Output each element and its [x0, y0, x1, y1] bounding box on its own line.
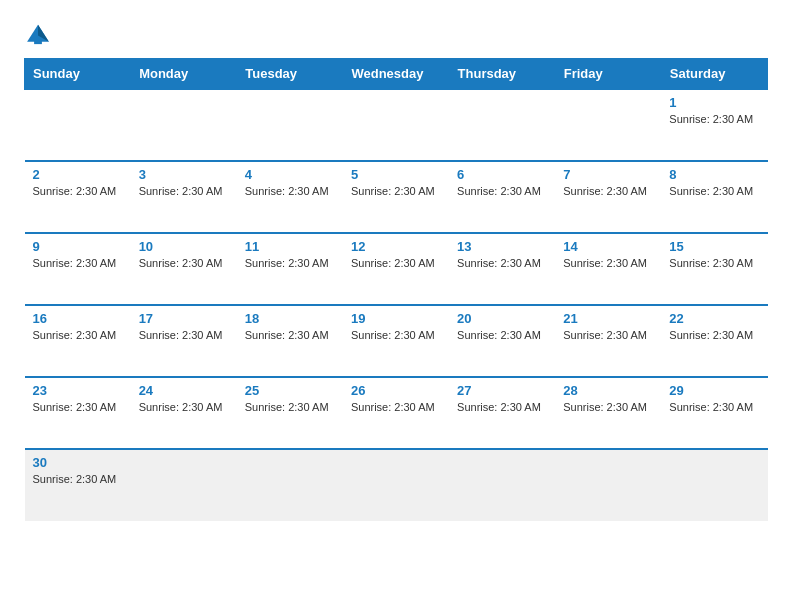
calendar-cell: 29Sunrise: 2:30 AM — [661, 377, 767, 449]
week-row-4: 16Sunrise: 2:30 AM17Sunrise: 2:30 AM18Su… — [25, 305, 768, 377]
calendar-cell: 3Sunrise: 2:30 AM — [131, 161, 237, 233]
day-info: Sunrise: 2:30 AM — [563, 329, 647, 341]
day-number: 21 — [563, 311, 653, 326]
day-number: 26 — [351, 383, 441, 398]
day-number: 28 — [563, 383, 653, 398]
calendar-cell — [449, 89, 555, 161]
day-info: Sunrise: 2:30 AM — [457, 329, 541, 341]
logo-icon — [24, 20, 52, 48]
day-number: 30 — [33, 455, 123, 470]
weekday-header-tuesday: Tuesday — [237, 59, 343, 90]
weekday-header-saturday: Saturday — [661, 59, 767, 90]
svg-rect-2 — [34, 40, 42, 44]
weekday-header-row: SundayMondayTuesdayWednesdayThursdayFrid… — [25, 59, 768, 90]
day-number: 7 — [563, 167, 653, 182]
day-number: 16 — [33, 311, 123, 326]
calendar-cell: 25Sunrise: 2:30 AM — [237, 377, 343, 449]
calendar-cell: 27Sunrise: 2:30 AM — [449, 377, 555, 449]
day-info: Sunrise: 2:30 AM — [245, 185, 329, 197]
calendar-cell: 1Sunrise: 2:30 AM — [661, 89, 767, 161]
day-number: 10 — [139, 239, 229, 254]
day-info: Sunrise: 2:30 AM — [245, 401, 329, 413]
day-number: 1 — [669, 95, 759, 110]
day-number: 3 — [139, 167, 229, 182]
calendar-cell — [25, 89, 131, 161]
day-info: Sunrise: 2:30 AM — [669, 113, 753, 125]
day-info: Sunrise: 2:30 AM — [563, 257, 647, 269]
day-info: Sunrise: 2:30 AM — [563, 401, 647, 413]
calendar-cell: 7Sunrise: 2:30 AM — [555, 161, 661, 233]
calendar-cell — [237, 89, 343, 161]
day-number: 6 — [457, 167, 547, 182]
day-info: Sunrise: 2:30 AM — [457, 185, 541, 197]
calendar-cell: 15Sunrise: 2:30 AM — [661, 233, 767, 305]
calendar-cell: 13Sunrise: 2:30 AM — [449, 233, 555, 305]
calendar-cell: 21Sunrise: 2:30 AM — [555, 305, 661, 377]
week-row-5: 23Sunrise: 2:30 AM24Sunrise: 2:30 AM25Su… — [25, 377, 768, 449]
day-info: Sunrise: 2:30 AM — [351, 329, 435, 341]
calendar-cell: 28Sunrise: 2:30 AM — [555, 377, 661, 449]
day-number: 19 — [351, 311, 441, 326]
day-number: 22 — [669, 311, 759, 326]
calendar-cell: 30Sunrise: 2:30 AM — [25, 449, 131, 521]
day-info: Sunrise: 2:30 AM — [33, 401, 117, 413]
day-info: Sunrise: 2:30 AM — [457, 401, 541, 413]
day-info: Sunrise: 2:30 AM — [245, 257, 329, 269]
weekday-header-friday: Friday — [555, 59, 661, 90]
day-number: 29 — [669, 383, 759, 398]
day-info: Sunrise: 2:30 AM — [351, 185, 435, 197]
day-number: 12 — [351, 239, 441, 254]
calendar-cell — [131, 449, 237, 521]
calendar-cell: 19Sunrise: 2:30 AM — [343, 305, 449, 377]
day-number: 23 — [33, 383, 123, 398]
day-info: Sunrise: 2:30 AM — [563, 185, 647, 197]
logo — [24, 20, 56, 48]
header — [24, 20, 768, 48]
day-number: 17 — [139, 311, 229, 326]
weekday-header-thursday: Thursday — [449, 59, 555, 90]
weekday-header-sunday: Sunday — [25, 59, 131, 90]
calendar-cell — [131, 89, 237, 161]
calendar: SundayMondayTuesdayWednesdayThursdayFrid… — [24, 58, 768, 521]
week-row-2: 2Sunrise: 2:30 AM3Sunrise: 2:30 AM4Sunri… — [25, 161, 768, 233]
calendar-cell — [237, 449, 343, 521]
day-info: Sunrise: 2:30 AM — [139, 401, 223, 413]
day-number: 18 — [245, 311, 335, 326]
day-info: Sunrise: 2:30 AM — [33, 185, 117, 197]
day-number: 5 — [351, 167, 441, 182]
calendar-cell — [555, 449, 661, 521]
calendar-cell: 16Sunrise: 2:30 AM — [25, 305, 131, 377]
day-info: Sunrise: 2:30 AM — [33, 473, 117, 485]
day-number: 24 — [139, 383, 229, 398]
calendar-cell: 22Sunrise: 2:30 AM — [661, 305, 767, 377]
day-number: 11 — [245, 239, 335, 254]
week-row-1: 1Sunrise: 2:30 AM — [25, 89, 768, 161]
calendar-cell: 14Sunrise: 2:30 AM — [555, 233, 661, 305]
day-info: Sunrise: 2:30 AM — [351, 401, 435, 413]
day-number: 8 — [669, 167, 759, 182]
calendar-cell: 2Sunrise: 2:30 AM — [25, 161, 131, 233]
day-info: Sunrise: 2:30 AM — [351, 257, 435, 269]
day-info: Sunrise: 2:30 AM — [139, 257, 223, 269]
day-info: Sunrise: 2:30 AM — [139, 329, 223, 341]
day-number: 20 — [457, 311, 547, 326]
day-info: Sunrise: 2:30 AM — [33, 257, 117, 269]
day-number: 25 — [245, 383, 335, 398]
calendar-cell — [661, 449, 767, 521]
day-info: Sunrise: 2:30 AM — [33, 329, 117, 341]
day-info: Sunrise: 2:30 AM — [669, 329, 753, 341]
calendar-cell: 26Sunrise: 2:30 AM — [343, 377, 449, 449]
calendar-cell: 4Sunrise: 2:30 AM — [237, 161, 343, 233]
day-info: Sunrise: 2:30 AM — [457, 257, 541, 269]
calendar-cell: 10Sunrise: 2:30 AM — [131, 233, 237, 305]
day-info: Sunrise: 2:30 AM — [139, 185, 223, 197]
day-number: 15 — [669, 239, 759, 254]
calendar-cell — [343, 449, 449, 521]
week-row-3: 9Sunrise: 2:30 AM10Sunrise: 2:30 AM11Sun… — [25, 233, 768, 305]
day-info: Sunrise: 2:30 AM — [669, 257, 753, 269]
day-number: 13 — [457, 239, 547, 254]
day-info: Sunrise: 2:30 AM — [245, 329, 329, 341]
day-info: Sunrise: 2:30 AM — [669, 401, 753, 413]
calendar-cell: 23Sunrise: 2:30 AM — [25, 377, 131, 449]
weekday-header-wednesday: Wednesday — [343, 59, 449, 90]
